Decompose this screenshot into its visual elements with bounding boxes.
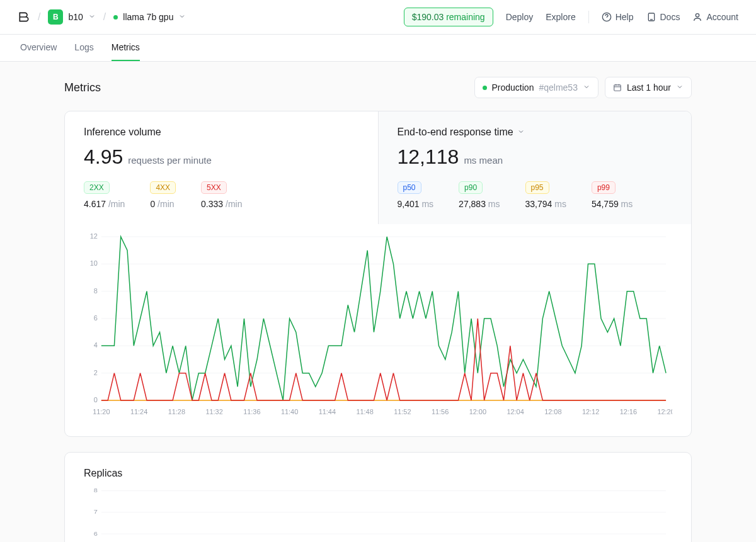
svg-text:6: 6 <box>94 314 98 322</box>
breadcrumb-separator: / <box>38 11 40 23</box>
svg-text:7: 7 <box>94 509 98 515</box>
status-badge: p95 <box>525 181 549 194</box>
status-badge: p99 <box>592 181 616 194</box>
inference-card: Inference volume 4.95 requests per minut… <box>64 111 692 437</box>
svg-text:12:20: 12:20 <box>657 408 672 415</box>
stat-value: 9,401 ms <box>398 199 434 209</box>
stat-item: p99 54,759 ms <box>592 181 633 209</box>
explore-link[interactable]: Explore <box>546 12 575 22</box>
book-icon <box>646 12 656 22</box>
inference-value: 4.95 <box>84 145 123 169</box>
balance-badge[interactable]: $190.03 remaining <box>404 8 493 26</box>
stat-value: 0.333 /min <box>201 199 242 209</box>
svg-text:12:00: 12:00 <box>469 408 486 415</box>
org-selector[interactable]: B b10 <box>48 9 95 25</box>
status-dot-icon <box>113 15 118 20</box>
env-label: Production <box>492 82 534 93</box>
environment-selector[interactable]: Production #qelme53 <box>474 77 598 98</box>
model-name: llama 7b gpu <box>123 12 173 22</box>
app-header: / B b10 / llama 7b gpu $190.03 remaining… <box>0 0 756 35</box>
stat-value: 54,759 ms <box>592 199 633 209</box>
breadcrumb-separator: / <box>103 11 106 23</box>
page-header: Metrics Production #qelme53 Last 1 hour <box>64 77 692 98</box>
chevron-down-icon <box>676 82 684 93</box>
svg-text:8: 8 <box>94 487 98 494</box>
svg-text:11:44: 11:44 <box>319 408 336 415</box>
stat-item: 4XX 0 /min <box>150 181 176 209</box>
inference-chart: 02468101211:2011:2411:2811:3211:3611:401… <box>65 224 691 436</box>
stat-item: p90 27,883 ms <box>459 181 500 209</box>
balance-label: remaining <box>446 12 484 22</box>
stat-value: 4.617 /min <box>84 199 125 209</box>
timerange-selector[interactable]: Last 1 hour <box>605 77 692 98</box>
svg-point-3 <box>696 14 699 17</box>
tab-metrics[interactable]: Metrics <box>112 35 140 61</box>
chevron-down-icon <box>583 82 590 93</box>
svg-text:6: 6 <box>94 530 98 536</box>
svg-text:2: 2 <box>94 369 98 376</box>
header-actions: $190.03 remaining Deploy Explore Help Do… <box>404 8 738 26</box>
response-value: 12,118 <box>398 145 459 169</box>
stat-value: 0 /min <box>150 199 176 209</box>
divider <box>588 11 589 23</box>
status-badge: 2XX <box>84 181 110 194</box>
svg-text:0: 0 <box>94 396 98 404</box>
response-unit: ms mean <box>464 155 503 166</box>
stat-value: 27,883 ms <box>459 199 500 209</box>
svg-rect-4 <box>614 85 621 91</box>
inference-panel: Inference volume 4.95 requests per minut… <box>65 111 378 224</box>
stat-item: 2XX 4.617 /min <box>84 181 125 209</box>
user-icon <box>692 12 702 22</box>
svg-text:11:52: 11:52 <box>394 408 411 415</box>
svg-text:12:12: 12:12 <box>582 408 599 415</box>
svg-text:11:48: 11:48 <box>356 408 373 415</box>
logo-icon[interactable] <box>18 11 30 23</box>
response-title[interactable]: End-to-end response time <box>398 127 673 138</box>
env-hash: #qelme53 <box>539 82 578 93</box>
page-title: Metrics <box>64 81 101 94</box>
replicas-chart: 5678 <box>65 479 691 542</box>
org-name: b10 <box>68 12 83 22</box>
account-link[interactable]: Account <box>692 12 738 22</box>
tabs: Overview Logs Metrics <box>0 35 756 62</box>
svg-text:4: 4 <box>94 341 98 349</box>
svg-text:11:40: 11:40 <box>281 408 298 415</box>
svg-text:11:32: 11:32 <box>205 408 222 415</box>
status-badge: p90 <box>459 181 483 194</box>
svg-text:12:04: 12:04 <box>507 408 524 415</box>
replicas-title: Replicas <box>84 468 672 479</box>
status-badge: p50 <box>398 181 421 194</box>
stat-value: 33,794 ms <box>525 199 566 209</box>
calendar-icon <box>613 83 622 92</box>
svg-text:8: 8 <box>94 287 98 295</box>
svg-text:11:20: 11:20 <box>93 408 110 415</box>
deploy-link[interactable]: Deploy <box>506 12 534 22</box>
chevron-down-icon <box>517 127 525 138</box>
balance-amount: $190.03 <box>412 12 444 22</box>
svg-text:11:36: 11:36 <box>243 408 260 415</box>
docs-link[interactable]: Docs <box>646 12 680 22</box>
svg-text:10: 10 <box>90 259 98 267</box>
org-avatar: B <box>48 9 63 25</box>
svg-text:12: 12 <box>90 232 98 240</box>
stat-item: 5XX 0.333 /min <box>201 181 242 209</box>
replicas-card: Replicas 5678 <box>64 452 692 542</box>
tab-logs[interactable]: Logs <box>74 35 93 61</box>
breadcrumb: / B b10 / llama 7b gpu <box>18 9 186 25</box>
chevron-down-icon <box>178 12 186 22</box>
stat-item: p95 33,794 ms <box>525 181 566 209</box>
help-link[interactable]: Help <box>602 12 634 22</box>
model-selector[interactable]: llama 7b gpu <box>113 12 186 22</box>
inference-title: Inference volume <box>84 127 359 138</box>
svg-text:12:16: 12:16 <box>620 408 637 415</box>
status-dot-icon <box>483 86 487 90</box>
inference-unit: requests per minute <box>128 155 212 166</box>
svg-text:11:56: 11:56 <box>432 408 449 415</box>
status-badge: 5XX <box>201 181 227 194</box>
response-panel: End-to-end response time 12,118 ms mean … <box>378 111 692 224</box>
help-icon <box>602 12 612 22</box>
chevron-down-icon <box>88 12 96 22</box>
tab-overview[interactable]: Overview <box>20 35 57 61</box>
svg-text:12:08: 12:08 <box>544 408 561 415</box>
status-badge: 4XX <box>150 181 176 194</box>
